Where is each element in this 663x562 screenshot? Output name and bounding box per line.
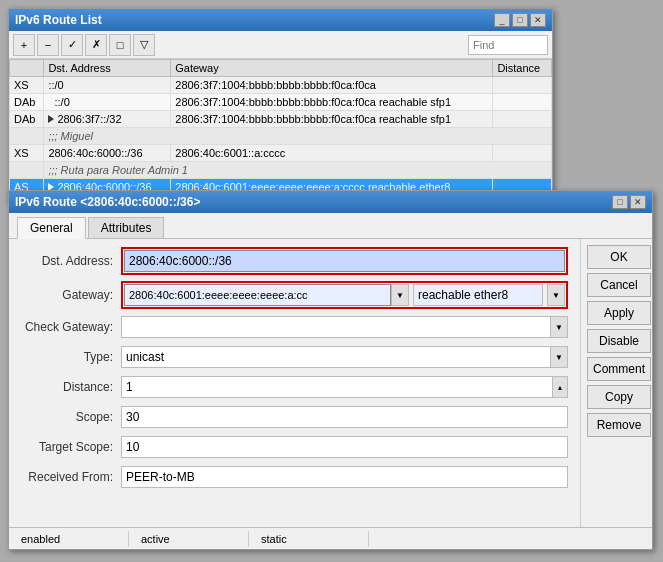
add-button[interactable]: + (13, 34, 35, 56)
gateway-suffix-dropdown-button[interactable]: ▼ (547, 284, 565, 306)
toolbar: + − ✓ ✗ □ ▽ (9, 31, 552, 59)
gateway-input[interactable] (124, 284, 391, 306)
received-from-label: Received From: (21, 470, 121, 484)
table-row-group: ;;; Miguel (10, 128, 552, 145)
check-gateway-input-group: ▼ (121, 316, 568, 338)
table-row[interactable]: DAb 2806:3f7::/32 2806:3f7:1004:bbbb:bbb… (10, 111, 552, 128)
detail-close-button[interactable]: ✕ (630, 195, 646, 209)
row-gateway: 2806:3f7:1004:bbbb:bbbb:bbbb:f0ca:f0ca r… (171, 94, 493, 111)
gateway-dropdown-button[interactable]: ▼ (391, 284, 409, 306)
route-table-container: Dst. Address Gateway Distance XS ::/0 28… (9, 59, 552, 202)
target-scope-row: Target Scope: (21, 435, 568, 459)
list-window: IPv6 Route List _ □ ✕ + − ✓ ✗ □ ▽ Dst. A… (8, 8, 553, 203)
row-gateway: 2806:40c:6001::a:cccc (171, 145, 493, 162)
check-gateway-label: Check Gateway: (21, 320, 121, 334)
check-gateway-dropdown-button[interactable]: ▼ (550, 316, 568, 338)
received-from-row: Received From: (21, 465, 568, 489)
row-distance (493, 145, 552, 162)
minimize-button[interactable]: _ (494, 13, 510, 27)
table-row[interactable]: XS ::/0 2806:3f7:1004:bbbb:bbbb:bbbb:f0c… (10, 77, 552, 94)
distance-row: Distance: ▲ (21, 375, 568, 399)
check-button[interactable]: ✓ (61, 34, 83, 56)
target-scope-label: Target Scope: (21, 440, 121, 454)
row-type (10, 128, 44, 145)
gateway-suffix-input[interactable] (413, 284, 543, 306)
row-dst: ::/0 (44, 77, 171, 94)
disable-button[interactable]: Disable (587, 329, 651, 353)
list-window-title-bar: IPv6 Route List _ □ ✕ (9, 9, 552, 31)
row-distance (493, 77, 552, 94)
detail-window-controls: □ ✕ (612, 195, 646, 209)
gateway-input-group: ▼ (124, 284, 409, 306)
row-type: DAb (10, 111, 44, 128)
comment-button[interactable]: Comment (587, 357, 651, 381)
dst-address-label: Dst. Address: (21, 254, 121, 268)
table-row[interactable]: XS 2806:40c:6000::/36 2806:40c:6001::a:c… (10, 145, 552, 162)
check-gateway-input[interactable] (121, 316, 550, 338)
list-window-title: IPv6 Route List (15, 13, 102, 27)
dst-address-input[interactable] (124, 250, 565, 272)
received-from-input[interactable] (121, 466, 568, 488)
col-type (10, 60, 44, 77)
remove-button[interactable]: Remove (587, 413, 651, 437)
row-type (10, 162, 44, 179)
type-input-group: ▼ (121, 346, 568, 368)
route-table: Dst. Address Gateway Distance XS ::/0 28… (9, 59, 552, 196)
row-distance (493, 111, 552, 128)
x-button[interactable]: ✗ (85, 34, 107, 56)
row-gateway: 2806:3f7:1004:bbbb:bbbb:bbbb:f0ca:f0ca r… (171, 111, 493, 128)
scope-row: Scope: (21, 405, 568, 429)
distance-label: Distance: (21, 380, 121, 394)
status-active: active (129, 531, 249, 547)
row-type: XS (10, 77, 44, 94)
cancel-button[interactable]: Cancel (587, 273, 651, 297)
dst-address-field-wrapper (121, 247, 568, 275)
row-group-label: ;;; Miguel (44, 128, 552, 145)
distance-input[interactable] (121, 376, 552, 398)
filter-button[interactable]: ▽ (133, 34, 155, 56)
col-gateway: Gateway (171, 60, 493, 77)
gateway-row: Gateway: ▼ ▼ (21, 281, 568, 309)
detail-minimize-button[interactable]: □ (612, 195, 628, 209)
maximize-button[interactable]: □ (512, 13, 528, 27)
row-gateway: 2806:3f7:1004:bbbb:bbbb:bbbb:f0ca:f0ca (171, 77, 493, 94)
sidebar-buttons: OK Cancel Apply Disable Comment Copy Rem… (580, 239, 652, 535)
status-bar: enabled active static (9, 527, 652, 549)
close-button[interactable]: ✕ (530, 13, 546, 27)
target-scope-input[interactable] (121, 436, 568, 458)
type-input[interactable] (121, 346, 550, 368)
type-label: Type: (21, 350, 121, 364)
gateway-label: Gateway: (21, 288, 121, 302)
tab-attributes[interactable]: Attributes (88, 217, 165, 238)
type-row: Type: ▼ (21, 345, 568, 369)
copy-button[interactable]: □ (109, 34, 131, 56)
remove-button[interactable]: − (37, 34, 59, 56)
detail-window-title: IPv6 Route <2806:40c:6000::/36> (15, 195, 200, 209)
row-dst: 2806:40c:6000::/36 (44, 145, 171, 162)
scope-input[interactable] (121, 406, 568, 428)
table-header-row: Dst. Address Gateway Distance (10, 60, 552, 77)
table-row-group: ;;; Ruta para Router Admin 1 (10, 162, 552, 179)
row-group-label: ;;; Ruta para Router Admin 1 (44, 162, 552, 179)
type-dropdown-button[interactable]: ▼ (550, 346, 568, 368)
status-enabled: enabled (9, 531, 129, 547)
form-area: Dst. Address: Gateway: ▼ ▼ (9, 239, 580, 535)
distance-spinbox-button[interactable]: ▲ (552, 376, 568, 398)
col-distance: Distance (493, 60, 552, 77)
detail-window: IPv6 Route <2806:40c:6000::/36> □ ✕ Gene… (8, 190, 653, 550)
check-gateway-row: Check Gateway: ▼ (21, 315, 568, 339)
tab-bar: General Attributes (9, 213, 652, 239)
gateway-field-wrapper: ▼ ▼ (121, 281, 568, 309)
table-row[interactable]: DAb ::/0 2806:3f7:1004:bbbb:bbbb:bbbb:f0… (10, 94, 552, 111)
ok-button[interactable]: OK (587, 245, 651, 269)
list-window-controls: _ □ ✕ (494, 13, 546, 27)
row-dst: 2806:3f7::/32 (44, 111, 171, 128)
tab-general[interactable]: General (17, 217, 86, 239)
status-static: static (249, 531, 369, 547)
row-distance (493, 94, 552, 111)
copy-button[interactable]: Copy (587, 385, 651, 409)
distance-spinbox: ▲ (121, 376, 568, 398)
find-input[interactable] (468, 35, 548, 55)
scope-label: Scope: (21, 410, 121, 424)
apply-button[interactable]: Apply (587, 301, 651, 325)
